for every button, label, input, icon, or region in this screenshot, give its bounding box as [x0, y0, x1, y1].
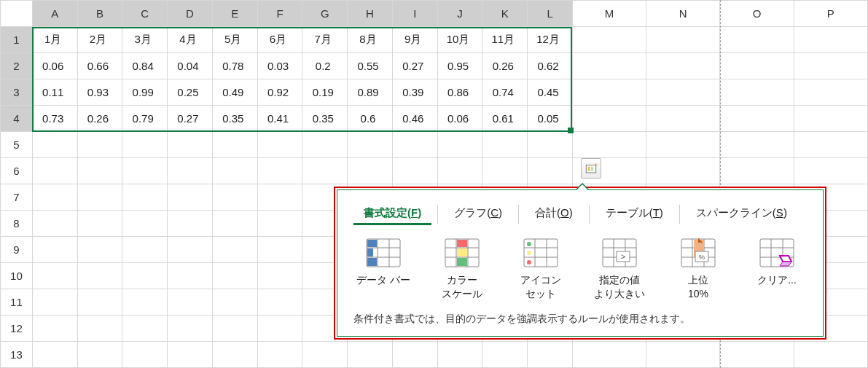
cell-C10[interactable]: [122, 263, 168, 289]
cell-J1[interactable]: 10月: [437, 27, 482, 53]
cell-I6[interactable]: [392, 158, 437, 184]
quick-analysis-button[interactable]: [581, 158, 601, 179]
cell-C4[interactable]: 0.79: [122, 106, 168, 132]
cell-M5[interactable]: [572, 132, 646, 158]
cell-B11[interactable]: [77, 289, 122, 316]
col-header-I[interactable]: I: [392, 1, 437, 27]
cell-D1[interactable]: 4月: [168, 27, 213, 53]
cell-F13[interactable]: [257, 342, 302, 368]
cell-G13[interactable]: [302, 342, 348, 368]
cell-A4[interactable]: 0.73: [32, 106, 77, 132]
cell-F12[interactable]: [257, 316, 302, 342]
cell-I4[interactable]: 0.46: [392, 106, 437, 132]
cell-C11[interactable]: [122, 289, 168, 316]
cell-F9[interactable]: [257, 237, 302, 263]
cell-A3[interactable]: 0.11: [32, 79, 77, 106]
select-all-corner[interactable]: [1, 1, 33, 27]
cell-C2[interactable]: 0.84: [122, 53, 168, 79]
cell-K4[interactable]: 0.61: [482, 106, 528, 132]
format-item-top-10[interactable]: %上位 10%: [668, 238, 728, 301]
cell-A11[interactable]: [32, 289, 77, 316]
col-header-G[interactable]: G: [302, 1, 348, 27]
cell-I3[interactable]: 0.39: [392, 79, 437, 106]
row-header-4[interactable]: 4: [1, 106, 33, 132]
cell-B4[interactable]: 0.26: [77, 106, 122, 132]
cell-F8[interactable]: [257, 211, 302, 237]
cell-J13[interactable]: [437, 342, 482, 368]
cell-E13[interactable]: [212, 342, 257, 368]
cell-H2[interactable]: 0.55: [348, 53, 393, 79]
row-header-7[interactable]: 7: [1, 184, 33, 211]
format-item-greater-than[interactable]: >指定の値 より大きい: [590, 238, 649, 301]
cell-D12[interactable]: [168, 316, 213, 342]
cell-D7[interactable]: [168, 184, 213, 211]
col-header-D[interactable]: D: [168, 1, 213, 27]
format-item-clear-format[interactable]: クリア...: [747, 238, 807, 301]
cell-H5[interactable]: [348, 132, 393, 158]
row-header-1[interactable]: 1: [1, 27, 33, 53]
col-header-P[interactable]: P: [794, 1, 867, 27]
row-header-5[interactable]: 5: [1, 132, 33, 158]
row-header-6[interactable]: 6: [1, 158, 33, 184]
cell-C12[interactable]: [122, 316, 168, 342]
cell-E10[interactable]: [212, 263, 257, 289]
cell-J3[interactable]: 0.86: [437, 79, 482, 106]
cell-I1[interactable]: 9月: [392, 27, 437, 53]
cell-D6[interactable]: [168, 158, 213, 184]
cell-P13[interactable]: [794, 342, 867, 368]
cell-N4[interactable]: [646, 106, 720, 132]
row-header-11[interactable]: 11: [1, 289, 33, 316]
cell-F3[interactable]: 0.92: [257, 79, 302, 106]
cell-G6[interactable]: [302, 158, 348, 184]
cell-A6[interactable]: [32, 158, 77, 184]
cell-E12[interactable]: [212, 316, 257, 342]
row-header-10[interactable]: 10: [1, 263, 33, 289]
cell-C6[interactable]: [122, 158, 168, 184]
cell-E8[interactable]: [212, 211, 257, 237]
cell-C9[interactable]: [122, 237, 168, 263]
cell-D9[interactable]: [168, 237, 213, 263]
cell-D3[interactable]: 0.25: [168, 79, 213, 106]
col-header-M[interactable]: M: [572, 1, 646, 27]
cell-K1[interactable]: 11月: [482, 27, 528, 53]
cell-B10[interactable]: [77, 263, 122, 289]
cell-E3[interactable]: 0.49: [212, 79, 257, 106]
cell-B3[interactable]: 0.93: [77, 79, 122, 106]
cell-E11[interactable]: [212, 289, 257, 316]
format-item-icon-set[interactable]: アイコン セット: [511, 238, 571, 301]
cell-G5[interactable]: [302, 132, 348, 158]
cell-B2[interactable]: 0.66: [77, 53, 122, 79]
cell-N13[interactable]: [646, 342, 720, 368]
row-header-3[interactable]: 3: [1, 79, 33, 106]
col-header-N[interactable]: N: [646, 1, 720, 27]
cell-L13[interactable]: [528, 342, 573, 368]
cell-E1[interactable]: 5月: [212, 27, 257, 53]
cell-O1[interactable]: [720, 27, 794, 53]
cell-F2[interactable]: 0.03: [257, 53, 302, 79]
cell-D10[interactable]: [168, 263, 213, 289]
cell-B6[interactable]: [77, 158, 122, 184]
cell-O2[interactable]: [720, 53, 794, 79]
cell-B1[interactable]: 2月: [77, 27, 122, 53]
col-header-C[interactable]: C: [122, 1, 168, 27]
cell-O5[interactable]: [720, 132, 794, 158]
cell-E4[interactable]: 0.35: [212, 106, 257, 132]
cell-B13[interactable]: [77, 342, 122, 368]
tab-table[interactable]: テーブル(T): [595, 203, 673, 225]
cell-F11[interactable]: [257, 289, 302, 316]
cell-E7[interactable]: [212, 184, 257, 211]
cell-N1[interactable]: [646, 27, 720, 53]
cell-B8[interactable]: [77, 211, 122, 237]
cell-O3[interactable]: [720, 79, 794, 106]
cell-B12[interactable]: [77, 316, 122, 342]
cell-D5[interactable]: [168, 132, 213, 158]
tab-sparkline[interactable]: スパークライン(S): [686, 203, 797, 225]
cell-P2[interactable]: [794, 53, 867, 79]
cell-A13[interactable]: [32, 342, 77, 368]
cell-P1[interactable]: [794, 27, 867, 53]
cell-H1[interactable]: 8月: [348, 27, 393, 53]
col-header-F[interactable]: F: [257, 1, 302, 27]
cell-H13[interactable]: [348, 342, 393, 368]
cell-D2[interactable]: 0.04: [168, 53, 213, 79]
col-header-E[interactable]: E: [212, 1, 257, 27]
